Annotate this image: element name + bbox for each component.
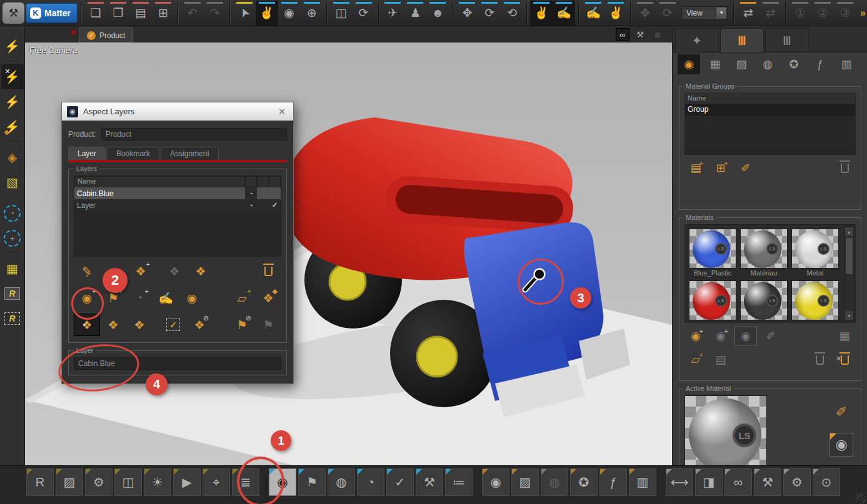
effects-category-button[interactable]: ƒ (809, 54, 831, 74)
remove-tags-button[interactable]: ⚑ ⊘ (229, 314, 255, 336)
save-button[interactable]: ▤ (129, 1, 152, 26)
aspect-layers-button[interactable]: ◉ (269, 468, 296, 496)
settings-button[interactable]: ⚙ (783, 468, 811, 496)
touch-off-pan-button[interactable]: ✍ (582, 1, 604, 26)
next-view-button[interactable]: ⇄ (759, 1, 782, 26)
select-checked-button[interactable]: ✓ (160, 314, 186, 336)
tools-icon[interactable]: ⚒ (633, 28, 647, 41)
touch-rotate-button[interactable]: ✌ (530, 1, 553, 26)
edit-material-button[interactable]: ◉ (734, 327, 757, 345)
tab-layer[interactable]: Layer (68, 147, 106, 160)
rename-group-button[interactable]: ✐ (734, 159, 757, 177)
material-editor-button[interactable]: ◉ (829, 433, 853, 457)
add-group-button[interactable]: ▤ + (684, 159, 707, 177)
add-subgroup-button[interactable]: ⊞ + (709, 159, 732, 177)
scene-layers-button[interactable]: ◍ (328, 468, 355, 496)
undo-button[interactable]: ↶ (181, 1, 204, 26)
raytrace-region-button[interactable]: ⚡ ◆ (1, 114, 24, 139)
materials-category-button[interactable]: ◉ (678, 54, 700, 74)
pick-layer-button[interactable]: ✎ ✓ (74, 260, 100, 282)
add-circle-button[interactable]: + (1, 225, 24, 250)
position-layers-button[interactable]: ⚑ (298, 468, 326, 496)
pick-material-button[interactable]: ✐ (829, 400, 853, 424)
column-header[interactable] (257, 176, 269, 187)
stereo-view-button[interactable]: ∞ (724, 468, 752, 496)
check-layers-button[interactable]: ✓ (386, 468, 414, 496)
move-object-button[interactable]: ✥ (456, 1, 478, 26)
layers-table-empty[interactable] (74, 211, 281, 256)
link-icon[interactable]: ∞ (616, 28, 629, 41)
layer-row-cabin-blue[interactable]: Cabin.Blue ◔ (74, 187, 281, 199)
column-header[interactable] (245, 176, 257, 187)
scrollbar-thumb[interactable] (846, 238, 853, 274)
name-column-header[interactable]: Name (74, 176, 245, 187)
assign-material-to-layer-button[interactable]: ◉ (179, 287, 205, 309)
render-image-button[interactable]: R (1, 281, 24, 306)
matter-logo[interactable]: K Matter (26, 3, 78, 23)
textures-category-button[interactable]: ▦ (704, 54, 726, 74)
list-tools-button[interactable]: ⚒ (416, 468, 443, 496)
camera-2-button[interactable]: ② (811, 1, 834, 26)
new-layer-folder-button[interactable]: ▱ + (229, 287, 255, 309)
product-input[interactable] (101, 128, 287, 141)
material-item[interactable]: LS Blue_Plastic (689, 229, 736, 277)
import-material-folder-button[interactable]: ▱ + (684, 350, 707, 369)
tab-bookmark[interactable]: Bookmark (107, 147, 159, 160)
add-tag-layer-button[interactable]: ⚑ + (100, 287, 126, 309)
delete-unused-materials-button[interactable]: ✕ (833, 350, 856, 369)
group-row[interactable]: Group (685, 104, 855, 116)
add-material-layer-button[interactable]: ◉ + (74, 287, 100, 309)
layers-table-header[interactable]: Name (74, 176, 281, 187)
render-power-button[interactable]: ⚡ (1, 34, 24, 59)
active-check-icon[interactable]: ✓ (269, 199, 281, 211)
clear-layers-button[interactable]: ❖ ⊘ (186, 314, 213, 336)
render-region-button[interactable]: R (1, 306, 24, 331)
group-list-empty[interactable] (685, 116, 855, 154)
delete-layer-button[interactable] (255, 260, 281, 282)
rotate-object-button[interactable]: ⟳ (478, 1, 501, 26)
movie-capture-button[interactable]: ◫ (114, 468, 142, 496)
move-manipulator-button[interactable]: ✥ (634, 1, 656, 26)
orbit-tool-button[interactable]: ◉ (278, 1, 301, 26)
presentation-button[interactable]: ▧ (1, 170, 24, 195)
material-item[interactable]: LS Metal (791, 229, 839, 277)
tab-variants[interactable]: ✦ (675, 28, 719, 52)
checklist-button[interactable]: ≔ (445, 468, 473, 496)
check-all-layers-button[interactable]: ❖ ✓ (126, 314, 153, 336)
materials-scrollbar[interactable]: ▲ ▼ (844, 226, 854, 321)
touch-pan-button[interactable]: ✍ (553, 1, 575, 26)
snap-target-button[interactable]: ⊙ (813, 468, 840, 496)
animations-library-button[interactable]: ▥ (629, 468, 656, 496)
activate-layer-button[interactable]: ❖ ✓ (74, 314, 100, 336)
camera-3-button[interactable]: ③ (834, 1, 856, 26)
layer-name-input[interactable] (74, 357, 281, 370)
zoom-tool-button[interactable]: ⊕ (301, 1, 323, 26)
touch-off-rotate-button[interactable]: ✌ (604, 1, 627, 26)
new-file-button[interactable]: ❏ (84, 1, 107, 26)
controller-button[interactable]: ⌖ (203, 468, 230, 496)
materials-library-button[interactable]: ◉ (482, 468, 509, 496)
delete-material-button[interactable] (808, 350, 831, 369)
animations-category-button[interactable]: ▥ (835, 54, 858, 74)
adjustments-button[interactable]: ≣ (232, 468, 259, 496)
previous-view-button[interactable]: ⇄ (737, 1, 759, 26)
tab-library[interactable]: Ⅲ (720, 28, 764, 52)
snapshot-image-button[interactable]: ▦ (1, 256, 24, 281)
close-icon[interactable]: ✕ (276, 106, 288, 117)
main-menu-button[interactable]: ⚒ (3, 2, 24, 24)
add-layer-button[interactable]: ❖ + (128, 260, 154, 282)
chevron-down-icon[interactable]: ▼ (716, 7, 726, 19)
view-dropdown[interactable]: View ▼ (681, 6, 728, 20)
cell[interactable] (257, 187, 269, 199)
lighting-button[interactable]: ☀ (144, 468, 171, 496)
viewport-frame-button[interactable]: ◈ (1, 145, 24, 170)
cell[interactable] (269, 187, 281, 199)
material-item[interactable]: LS (689, 280, 736, 320)
column-header[interactable] (269, 176, 281, 187)
raytrace-window-button[interactable]: ⚡ (1, 89, 24, 114)
rotate-world-button[interactable]: ⟲ (501, 1, 523, 26)
isolate-layer-button[interactable]: ❖ (188, 260, 214, 282)
walk-mode-button[interactable]: ♟ (404, 1, 426, 26)
scroll-down-icon[interactable]: ▼ (845, 311, 853, 320)
dialog-title-bar[interactable]: ◉ Aspect Layers ✕ (62, 102, 293, 121)
